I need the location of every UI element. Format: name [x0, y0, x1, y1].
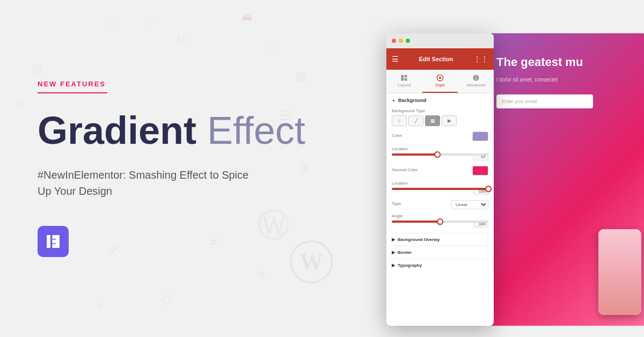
angle-fill — [392, 221, 440, 223]
panel-tabs: Layout Style Advanced — [386, 70, 494, 93]
tab-style[interactable]: Style — [422, 70, 458, 93]
main-container: ⬡ ◇ ⟨/⟩ 🚗 ≡ ▦ ☰ ⊞ Ⓦ ⇄ ⇋ ⛉ ⤢ ⊕ ⬜ ⊟ NEW FE… — [0, 0, 644, 337]
second-color-label: Second Color — [392, 167, 418, 172]
new-features-line — [38, 92, 107, 93]
bg-type-video[interactable]: ▶ — [442, 115, 457, 126]
section-arrow-right-overlay: ▶ — [392, 237, 395, 242]
preview-area: The geatest mu t dolor sit amet, consect… — [480, 33, 644, 326]
left-panel: ⬡ ◇ ⟨/⟩ 🚗 ≡ ▦ ☰ ⊞ Ⓦ ⇄ ⇋ ⛉ ⤢ ⊕ ⬜ ⊟ NEW FE… — [0, 0, 376, 337]
style-tab-icon — [436, 74, 444, 82]
svg-rect-2 — [52, 240, 56, 244]
border-section[interactable]: ▶ Border — [392, 246, 488, 259]
color-swatch-secondary[interactable] — [472, 166, 488, 175]
panel-window: ☰ Edit Section ⋮⋮ Layout Style Advanced — [386, 33, 494, 326]
svg-text:W: W — [299, 248, 323, 275]
background-overlay-section[interactable]: ▶ Background Overlay — [392, 233, 488, 246]
preview-phone-image — [598, 229, 641, 315]
elementor-badge — [38, 226, 69, 257]
angle-thumb[interactable] — [437, 218, 443, 225]
svg-rect-3 — [52, 244, 56, 248]
bg-type-label: Background Type — [392, 108, 488, 113]
location-slider-2: Location 100 — [392, 181, 488, 195]
typography-section[interactable]: ▶ Typography — [392, 259, 488, 272]
subtitle: #NewInElementor: Smashing Effect to Spic… — [38, 167, 252, 199]
section-arrow-down: ▼ — [392, 99, 396, 102]
location-thumb-2[interactable] — [485, 186, 492, 192]
type-select[interactable]: Linear Radial — [451, 200, 488, 209]
preview-input-row: Enter your email — [496, 94, 593, 108]
color-swatch-primary[interactable] — [472, 131, 488, 141]
type-label: Type — [392, 201, 401, 206]
browser-dot-red[interactable] — [392, 39, 396, 43]
new-features-text: NEW FEATURES — [38, 80, 338, 88]
wp-watermark: W — [290, 240, 333, 283]
tab-layout[interactable]: Layout — [386, 70, 422, 93]
tab-advanced[interactable]: Advanced — [458, 70, 494, 93]
preview-title: The geatest mu — [496, 55, 631, 70]
title-light: Effect — [196, 109, 305, 152]
panel-title: Edit Section — [399, 56, 473, 62]
typography-label: Typography — [398, 263, 422, 268]
bg-type-none[interactable]: ○ — [392, 115, 407, 126]
angle-slider: Angle 180 — [392, 214, 488, 228]
location-fill-2 — [392, 188, 488, 190]
angle-track[interactable] — [392, 221, 488, 223]
browser-titlebar — [386, 33, 494, 48]
preview-phone — [598, 229, 641, 315]
second-color-row: Second Color — [392, 166, 488, 175]
svg-rect-4 — [56, 235, 60, 248]
type-row: Type Linear Radial — [392, 200, 488, 209]
bg-type-gradient[interactable]: ▦ — [425, 115, 440, 126]
location-label-2: Location — [392, 181, 488, 186]
preview-content: The geatest mu t dolor sit amet, consect… — [480, 33, 644, 130]
right-panel: The geatest mu t dolor sit amet, consect… — [376, 0, 644, 337]
bg-type-classic[interactable]: ╱ — [408, 115, 423, 126]
preview-subtitle: t dolor sit amet, consectet — [496, 76, 631, 84]
location-track-2[interactable] — [392, 188, 488, 190]
main-title: Gradient Effect — [38, 109, 338, 152]
section-arrow-right-border: ▶ — [392, 250, 395, 255]
section-arrow-right-typography: ▶ — [392, 263, 395, 268]
border-label: Border — [398, 250, 412, 255]
advanced-tab-icon — [472, 74, 480, 82]
background-overlay-label: Background Overlay — [398, 237, 440, 242]
svg-rect-9 — [405, 78, 407, 81]
tab-style-label: Style — [435, 83, 445, 87]
location-thumb-1[interactable] — [434, 151, 441, 158]
preview-email-placeholder: Enter your email — [496, 94, 593, 108]
bg-type-buttons: ○ ╱ ▦ ▶ — [392, 115, 488, 126]
svg-rect-1 — [52, 235, 56, 239]
browser-dot-yellow[interactable] — [399, 39, 403, 43]
color-label: Color — [392, 133, 402, 138]
browser-dot-green[interactable] — [406, 39, 410, 43]
location-slider-1: Location 47 — [392, 146, 488, 160]
tab-advanced-label: Advanced — [466, 83, 486, 87]
elementor-logo-icon — [44, 232, 62, 251]
svg-rect-8 — [405, 75, 407, 77]
angle-label: Angle — [392, 214, 488, 218]
color-row: Color — [392, 131, 488, 141]
layout-tab-icon — [400, 74, 408, 82]
tab-layout-label: Layout — [398, 83, 411, 87]
location-track-1[interactable] — [392, 153, 488, 156]
svg-rect-7 — [401, 75, 404, 80]
title-bold: Gradient — [38, 109, 196, 152]
location-fill-1 — [392, 153, 437, 156]
svg-rect-0 — [47, 235, 50, 248]
hamburger-icon[interactable]: ☰ — [392, 55, 399, 63]
background-section-title: Background — [398, 98, 427, 103]
panel-header: ☰ Edit Section ⋮⋮ — [386, 48, 494, 70]
new-features-label: NEW FEATURES — [38, 80, 338, 93]
location-label-1: Location — [392, 146, 488, 151]
svg-point-11 — [439, 77, 441, 79]
panel-content: ▼ Background Background Type ○ ╱ ▦ ▶ Col… — [386, 93, 494, 326]
background-section-header[interactable]: ▼ Background — [392, 98, 488, 103]
grid-icon[interactable]: ⋮⋮ — [473, 55, 488, 63]
